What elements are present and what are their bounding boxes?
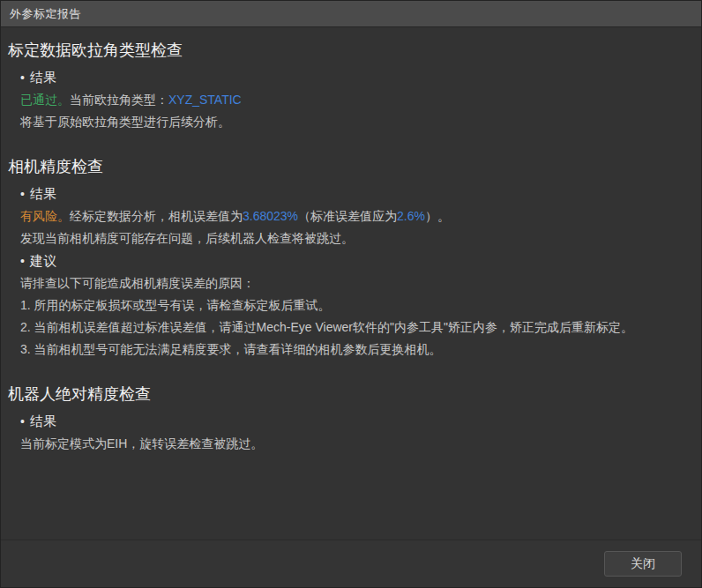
report-line: 3. 当前相机型号可能无法满足精度要求，请查看详细的相机参数后更换相机。 [8, 339, 687, 361]
highlight-text: 3.68023% [243, 209, 298, 223]
plain-text: 经标定数据分析，相机误差值为 [70, 209, 243, 223]
report-line: 1. 所用的标定板损坏或型号有误，请检查标定板后重试。 [8, 294, 687, 316]
window-title: 外参标定报告 [10, 6, 81, 22]
report-line: 2. 当前相机误差值超过标准误差值，请通过Mech-Eye Viewer软件的"… [8, 316, 687, 339]
plain-text: 将基于原始欧拉角类型进行后续分析。 [20, 115, 230, 129]
bullet-label: •结果 [8, 410, 687, 433]
report-line: 当前标定模式为EIH，旋转误差检查被跳过。 [8, 433, 687, 455]
report-body: 标定数据欧拉角类型检查•结果已通过。当前欧拉角类型：XYZ_STATIC将基于原… [1, 27, 701, 540]
report-section: 机器人绝对精度检查•结果当前标定模式为EIH，旋转误差检查被跳过。 [8, 384, 687, 455]
report-section: 相机精度检查•结果有风险。经标定数据分析，相机误差值为3.68023%（标准误差… [8, 157, 687, 361]
highlight-text: XYZ_STATIC [168, 93, 242, 107]
plain-text: 当前欧拉角类型： [70, 93, 168, 107]
report-line: 已通过。当前欧拉角类型：XYZ_STATIC [8, 89, 687, 111]
bullet-icon: • [20, 250, 25, 272]
section-heading: 相机精度检查 [8, 157, 687, 176]
highlight-text: 已通过。 [20, 93, 70, 107]
report-line: 请排查以下可能造成相机精度误差的原因： [8, 272, 687, 294]
plain-text: 请排查以下可能造成相机精度误差的原因： [20, 276, 255, 290]
report-section: 标定数据欧拉角类型检查•结果已通过。当前欧拉角类型：XYZ_STATIC将基于原… [8, 41, 687, 133]
title-bar[interactable]: 外参标定报告 [1, 1, 701, 27]
plain-text: 3. 当前相机型号可能无法满足精度要求，请查看详细的相机参数后更换相机。 [20, 342, 442, 356]
dialog-footer: 关闭 [1, 540, 701, 587]
plain-text: 2. 当前相机误差值超过标准误差值，请通过Mech-Eye Viewer软件的"… [20, 320, 633, 334]
bullet-text: 结果 [30, 410, 56, 432]
plain-text: （标准误差值应为 [298, 209, 397, 223]
bullet-label: •结果 [8, 182, 687, 205]
bullet-icon: • [20, 183, 25, 205]
bullet-label: •建议 [8, 249, 687, 272]
plain-text: ）。 [425, 209, 450, 223]
highlight-text: 2.6% [397, 209, 425, 223]
section-heading: 标定数据欧拉角类型检查 [8, 41, 687, 60]
calibration-report-dialog: 外参标定报告 标定数据欧拉角类型检查•结果已通过。当前欧拉角类型：XYZ_STA… [0, 0, 702, 588]
plain-text: 当前标定模式为EIH，旋转误差检查被跳过。 [20, 436, 263, 450]
bullet-text: 结果 [30, 182, 56, 205]
section-heading: 机器人绝对精度检查 [8, 384, 687, 404]
bullet-label: •结果 [8, 66, 687, 89]
report-line: 有风险。经标定数据分析，相机误差值为3.68023%（标准误差值应为2.6%）。 [8, 205, 687, 227]
bullet-text: 结果 [30, 66, 56, 88]
report-line: 将基于原始欧拉角类型进行后续分析。 [8, 111, 687, 133]
highlight-text: 有风险。 [20, 209, 70, 223]
close-button[interactable]: 关闭 [604, 551, 682, 577]
bullet-icon: • [20, 67, 25, 89]
report-line: 发现当前相机精度可能存在问题，后续机器人检查将被跳过。 [8, 227, 687, 249]
plain-text: 发现当前相机精度可能存在问题，后续机器人检查将被跳过。 [20, 231, 354, 245]
bullet-icon: • [20, 411, 25, 433]
plain-text: 1. 所用的标定板损坏或型号有误，请检查标定板后重试。 [20, 298, 331, 312]
bullet-text: 建议 [30, 249, 56, 272]
